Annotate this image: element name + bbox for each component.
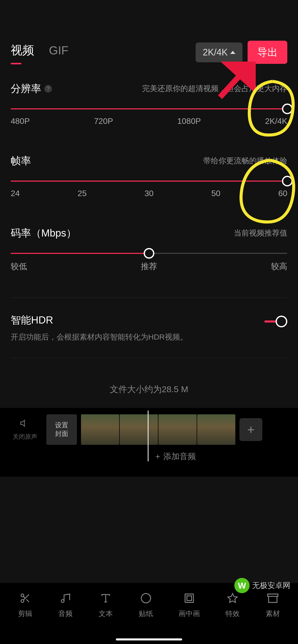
tab-video[interactable]: 视频	[11, 42, 34, 62]
res-tick: 720P	[94, 116, 113, 126]
mute-original-button[interactable]: 关闭原声	[5, 413, 45, 446]
add-clip-button[interactable]: +	[239, 418, 262, 441]
fr-tick: 25	[78, 189, 87, 198]
svg-point-5	[61, 600, 64, 603]
divider	[11, 298, 287, 298]
add-audio-button[interactable]: + 添加音频	[0, 446, 298, 462]
svg-line-4	[23, 596, 25, 598]
bitrate-hint: 当前视频推荐值	[234, 228, 287, 238]
speaker-icon	[20, 418, 30, 431]
framerate-slider-thumb[interactable]	[282, 176, 293, 186]
bitrate-rec: 推荐	[141, 261, 157, 272]
framerate-title: 帧率	[11, 154, 31, 168]
fr-tick: 50	[211, 189, 221, 198]
scissors-icon	[18, 591, 33, 606]
bitrate-high: 较高	[271, 261, 287, 272]
nav-audio[interactable]: 音频	[58, 591, 73, 619]
resolution-slider[interactable]: 480P 720P 1080P 2K/4K	[11, 108, 287, 126]
sticker-icon	[138, 591, 154, 606]
svg-marker-11	[228, 594, 237, 603]
fr-tick: 30	[144, 189, 154, 198]
res-tick: 480P	[11, 116, 30, 126]
pip-icon	[182, 591, 197, 606]
fr-tick: 60	[278, 189, 287, 198]
clip-thumbnail[interactable]	[158, 414, 197, 445]
bitrate-slider-thumb[interactable]	[144, 248, 154, 259]
framerate-hint: 带给你更流畅的播放体验	[203, 156, 287, 166]
watermark-logo-icon: W	[234, 578, 250, 593]
fr-tick: 24	[11, 189, 20, 198]
svg-point-0	[21, 594, 24, 597]
clip-thumbnail[interactable]	[81, 414, 119, 445]
resolution-slider-thumb[interactable]	[282, 104, 293, 114]
watermark: W 无极安卓网	[234, 578, 290, 593]
resolution-badge-label: 2K/4K	[203, 47, 228, 58]
svg-rect-9	[185, 594, 194, 603]
resolution-title: 分辨率	[11, 82, 41, 96]
hdr-title: 智能HDR	[11, 313, 264, 327]
res-tick: 1080P	[177, 116, 201, 126]
divider	[11, 358, 287, 358]
home-indicator	[116, 638, 182, 640]
clip-thumbnail[interactable]	[120, 414, 158, 445]
bitrate-title: 码率（Mbps）	[11, 226, 76, 240]
nav-material[interactable]: 素材	[265, 591, 280, 619]
hdr-description: 开启功能后，会根据素材内容智能转化为HDR视频。	[11, 331, 264, 343]
nav-pip[interactable]: 画中画	[179, 591, 200, 619]
playhead[interactable]	[148, 411, 148, 461]
nav-effects[interactable]: 特效	[225, 591, 240, 619]
svg-line-3	[26, 599, 29, 602]
text-icon	[98, 591, 113, 606]
framerate-slider[interactable]: 24 25 30 50 60	[11, 181, 287, 198]
nav-cut[interactable]: 剪辑	[18, 591, 33, 619]
bitrate-low: 较低	[11, 261, 27, 272]
svg-point-1	[21, 600, 24, 603]
resolution-dropdown[interactable]: 2K/4K	[196, 42, 242, 62]
nav-sticker[interactable]: 贴纸	[138, 591, 154, 619]
plus-icon: +	[155, 452, 160, 461]
res-tick: 2K/4K	[265, 116, 287, 126]
clip-thumbnail[interactable]	[197, 414, 235, 445]
svg-rect-10	[187, 596, 192, 601]
export-button[interactable]: 导出	[248, 41, 287, 64]
tab-gif[interactable]: GIF	[49, 43, 69, 61]
timeline[interactable]: 关闭原声 设置 封面 + + 添加音频	[0, 408, 298, 477]
hdr-toggle[interactable]	[264, 315, 287, 328]
set-cover-button[interactable]: 设置 封面	[46, 414, 77, 445]
resolution-hint: 完美还原你的超清视频，但会占用更大内存	[142, 83, 287, 94]
filesize-label: 文件大小约为28.5 M	[0, 366, 298, 408]
nav-text[interactable]: 文本	[98, 591, 113, 619]
bitrate-slider[interactable]: 较低 推荐 较高	[11, 253, 287, 272]
music-note-icon	[58, 591, 73, 606]
help-icon[interactable]: ?	[44, 85, 52, 93]
chevron-up-icon	[230, 51, 235, 54]
mute-label: 关闭原声	[13, 433, 37, 441]
